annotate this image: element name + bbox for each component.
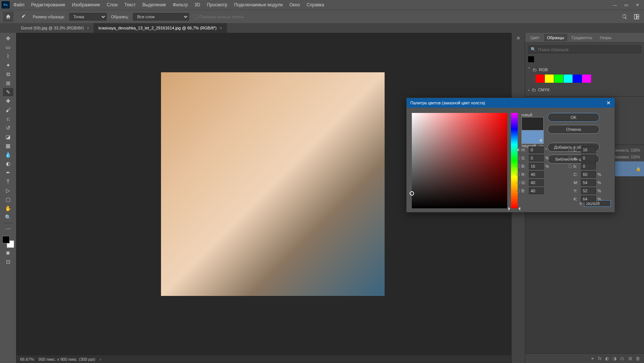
m-input[interactable]: M:%	[568, 179, 609, 186]
menu-file[interactable]: Файл	[10, 1, 28, 9]
dodge-tool-icon[interactable]: ◐	[3, 160, 13, 168]
swatch-group-cmyk[interactable]: › 🗀 CMYK	[528, 86, 641, 93]
swatch-search-input[interactable]	[538, 47, 638, 52]
b-input[interactable]: b:	[568, 163, 609, 170]
brush-tool-icon[interactable]: 🖌	[3, 106, 13, 114]
stamp-tool-icon[interactable]: ⎌	[3, 115, 13, 123]
link-layers-icon[interactable]: ⚭	[591, 356, 594, 361]
lock-icon[interactable]: 🔒	[636, 167, 641, 171]
pen-tool-icon[interactable]: ✒	[3, 168, 13, 177]
frame-tool-icon[interactable]: ⊞	[3, 79, 13, 87]
zoom-level[interactable]: 66.67%	[20, 357, 34, 362]
new-layer-icon[interactable]: ⊞	[628, 356, 632, 361]
adjustment-icon[interactable]: ◑	[613, 356, 616, 361]
r-input[interactable]: R:	[516, 171, 557, 178]
cancel-button[interactable]: Отмена	[547, 125, 600, 134]
swatch-magenta[interactable]	[582, 75, 591, 83]
bv-input[interactable]: B:%	[516, 163, 557, 170]
path-tool-icon[interactable]: ▷	[3, 186, 13, 195]
sample-size-select[interactable]: Точка	[69, 13, 107, 20]
magic-wand-tool-icon[interactable]: ✦	[3, 61, 13, 69]
foreground-background-colors[interactable]	[2, 236, 14, 248]
menu-layers[interactable]: Слои	[104, 1, 121, 9]
menu-window[interactable]: Окно	[287, 1, 303, 9]
search-icon[interactable]	[620, 12, 629, 21]
swatch-yellow[interactable]	[545, 75, 554, 83]
menu-3d[interactable]: 3D	[192, 1, 203, 9]
close-tab-icon[interactable]: ×	[87, 26, 89, 30]
menu-help[interactable]: Справка	[304, 1, 327, 9]
delete-icon[interactable]: 🗑	[636, 356, 640, 361]
zoom-tool-icon[interactable]: 🔍	[3, 213, 13, 221]
g-input[interactable]: G:	[516, 179, 557, 186]
swatch-blue[interactable]	[573, 75, 582, 83]
a-input[interactable]: a:	[568, 155, 609, 161]
c-input[interactable]: C:%	[568, 171, 609, 178]
k-input[interactable]: K:%	[568, 196, 609, 202]
swatch-red[interactable]	[536, 75, 544, 83]
type-tool-icon[interactable]: T	[3, 177, 13, 186]
swatch-group-rgb[interactable]: ˅ 🗀 RGB	[528, 66, 641, 73]
eyedropper-tool-icon[interactable]: ✎	[3, 88, 13, 96]
ok-button[interactable]: OK	[547, 113, 600, 122]
move-tool-icon[interactable]: ✥	[3, 34, 13, 42]
hue-slider-marker[interactable]	[509, 207, 520, 210]
show-ring-checkbox[interactable]: Показать кольцо пробы	[193, 15, 244, 19]
tools-panel: ✥ ▭ ⌇ ✦ ⧉ ⊞ ✎ ✚ 🖌 ⎌ ↺ ◪ ▦ 💧 ◐ ✒ T ▷ ▢ ✋ …	[0, 33, 16, 363]
close-icon[interactable]: ✕	[606, 100, 611, 106]
menu-view[interactable]: Просмотр	[204, 1, 230, 9]
hand-tool-icon[interactable]: ✋	[3, 204, 13, 212]
eraser-tool-icon[interactable]: ◪	[3, 133, 13, 141]
tab-document-1[interactable]: Gorod (59).jpg @ 33,3% (RGB/8#)×	[16, 23, 94, 33]
gradient-tool-icon[interactable]: ▦	[3, 142, 13, 150]
swatch-search[interactable]: 🔍	[528, 45, 641, 53]
home-icon[interactable]	[3, 12, 13, 22]
close-window-icon[interactable]: ✕	[632, 1, 643, 9]
history-brush-tool-icon[interactable]: ↺	[3, 124, 13, 132]
eyedropper-tool-icon[interactable]	[18, 12, 28, 22]
menu-select[interactable]: Выделение	[139, 1, 169, 9]
workspace-icon[interactable]	[632, 12, 641, 21]
tab-document-2[interactable]: krasivaya_devushka_13_let_2_29161614.jpg…	[94, 23, 227, 33]
swatch-current[interactable]	[528, 56, 534, 62]
maximize-icon[interactable]: ▭	[621, 1, 631, 9]
h-input[interactable]: H:°	[516, 146, 557, 153]
close-tab-icon[interactable]: ×	[220, 26, 222, 30]
edit-toolbar-icon[interactable]: ⋯	[3, 225, 13, 233]
mask-icon[interactable]: ◐	[605, 356, 609, 361]
bb-input[interactable]: B:	[516, 187, 557, 194]
menu-filter[interactable]: Фильтр	[170, 1, 191, 9]
gamut-warning-icon[interactable]: ◈	[539, 138, 543, 143]
quickmask-tool-icon[interactable]: ◙	[3, 249, 13, 257]
minimize-icon[interactable]: —	[610, 1, 620, 9]
menu-plugins[interactable]: Подключаемые модули	[231, 1, 286, 9]
group-icon[interactable]: 🗀	[620, 356, 625, 361]
foreground-color-swatch[interactable]	[2, 236, 10, 243]
panel-tab-patterns[interactable]: Узоры	[597, 34, 614, 41]
history-panel-icon[interactable]: ≡	[517, 35, 520, 41]
dialog-titlebar[interactable]: Палитра цветов (заказной цвет холста) ✕	[407, 98, 615, 108]
l-input[interactable]: L:	[568, 146, 609, 153]
new-color-swatch	[521, 117, 544, 130]
blur-tool-icon[interactable]: 💧	[3, 151, 13, 159]
crop-tool-icon[interactable]: ⧉	[3, 70, 13, 78]
panel-tab-gradients[interactable]: Градиенты	[569, 34, 595, 41]
swatch-green[interactable]	[554, 75, 563, 83]
s-input[interactable]: S:%	[516, 155, 557, 161]
screenmode-tool-icon[interactable]: ⊡	[3, 258, 13, 266]
fx-icon[interactable]: fx	[598, 356, 602, 361]
panel-tab-color[interactable]: Цвет	[527, 34, 543, 41]
menu-image[interactable]: Изображение	[69, 1, 103, 9]
swatch-cyan[interactable]	[564, 75, 572, 83]
menu-edit[interactable]: Редактирование	[28, 1, 68, 9]
sample-select[interactable]: Все слои	[133, 13, 189, 20]
lasso-tool-icon[interactable]: ⌇	[3, 52, 13, 60]
y-input[interactable]: Y:%	[568, 187, 609, 194]
status-arrow-icon[interactable]: ›	[100, 357, 101, 362]
panel-tab-swatches[interactable]: Образцы	[544, 34, 567, 41]
menu-text[interactable]: Текст	[121, 1, 139, 9]
shape-tool-icon[interactable]: ▢	[3, 195, 13, 203]
marquee-tool-icon[interactable]: ▭	[3, 43, 13, 51]
options-bar: Размер образца: Точка Образец: Все слои …	[0, 10, 644, 23]
healing-tool-icon[interactable]: ✚	[3, 97, 13, 105]
